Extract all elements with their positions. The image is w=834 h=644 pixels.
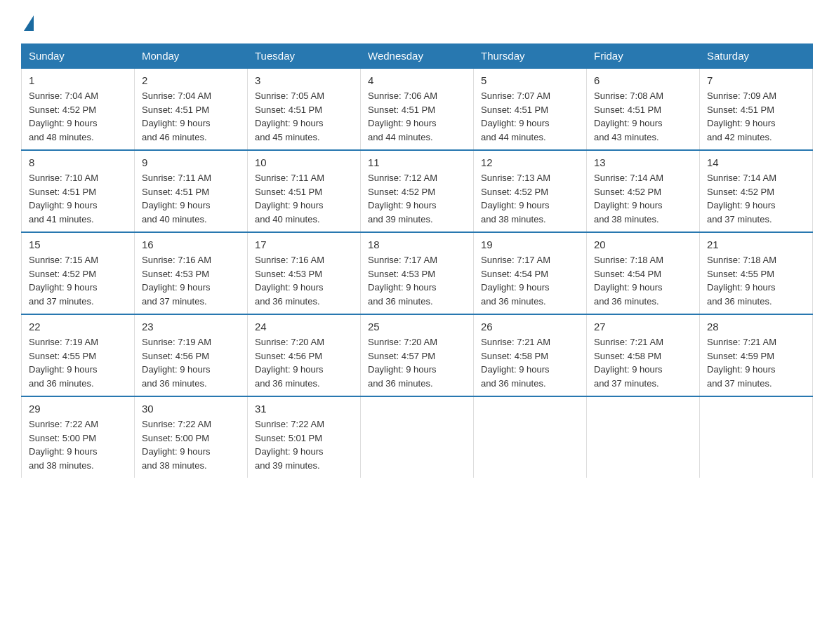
calendar-cell: 31 Sunrise: 7:22 AMSunset: 5:01 PMDaylig… bbox=[248, 396, 361, 478]
day-info: Sunrise: 7:14 AMSunset: 4:52 PMDaylight:… bbox=[594, 173, 663, 224]
day-info: Sunrise: 7:11 AMSunset: 4:51 PMDaylight:… bbox=[255, 173, 324, 224]
day-info: Sunrise: 7:21 AMSunset: 4:58 PMDaylight:… bbox=[594, 337, 663, 389]
day-info: Sunrise: 7:16 AMSunset: 4:53 PMDaylight:… bbox=[142, 255, 211, 307]
calendar-cell bbox=[587, 396, 700, 478]
calendar-week-row: 22 Sunrise: 7:19 AMSunset: 4:55 PMDaylig… bbox=[22, 314, 813, 396]
weekday-header: Friday bbox=[587, 44, 700, 69]
calendar-cell: 1 Sunrise: 7:04 AMSunset: 4:52 PMDayligh… bbox=[22, 68, 135, 150]
logo bbox=[21, 14, 34, 29]
day-number: 2 bbox=[142, 74, 240, 86]
calendar-cell: 3 Sunrise: 7:05 AMSunset: 4:51 PMDayligh… bbox=[248, 68, 361, 150]
day-number: 10 bbox=[255, 156, 353, 168]
day-info: Sunrise: 7:06 AMSunset: 4:51 PMDaylight:… bbox=[368, 90, 437, 142]
calendar-cell: 11 Sunrise: 7:12 AMSunset: 4:52 PMDaylig… bbox=[361, 150, 474, 232]
page-header bbox=[21, 14, 813, 29]
calendar-cell: 4 Sunrise: 7:06 AMSunset: 4:51 PMDayligh… bbox=[361, 68, 474, 150]
day-info: Sunrise: 7:21 AMSunset: 4:58 PMDaylight:… bbox=[481, 337, 550, 389]
day-number: 1 bbox=[29, 74, 127, 86]
day-info: Sunrise: 7:11 AMSunset: 4:51 PMDaylight:… bbox=[142, 173, 211, 224]
day-info: Sunrise: 7:22 AMSunset: 5:00 PMDaylight:… bbox=[29, 419, 98, 471]
calendar-table: SundayMondayTuesdayWednesdayThursdayFrid… bbox=[21, 43, 813, 478]
day-number: 5 bbox=[481, 74, 579, 86]
calendar-cell: 12 Sunrise: 7:13 AMSunset: 4:52 PMDaylig… bbox=[474, 150, 587, 232]
day-number: 22 bbox=[29, 321, 127, 333]
calendar-cell bbox=[361, 396, 474, 478]
calendar-cell: 25 Sunrise: 7:20 AMSunset: 4:57 PMDaylig… bbox=[361, 314, 474, 396]
day-info: Sunrise: 7:21 AMSunset: 4:59 PMDaylight:… bbox=[707, 337, 776, 389]
calendar-cell: 30 Sunrise: 7:22 AMSunset: 5:00 PMDaylig… bbox=[135, 396, 248, 478]
calendar-cell: 14 Sunrise: 7:14 AMSunset: 4:52 PMDaylig… bbox=[700, 150, 813, 232]
day-info: Sunrise: 7:20 AMSunset: 4:56 PMDaylight:… bbox=[255, 337, 324, 389]
day-number: 29 bbox=[29, 403, 127, 415]
calendar-cell: 15 Sunrise: 7:15 AMSunset: 4:52 PMDaylig… bbox=[22, 232, 135, 314]
day-number: 17 bbox=[255, 239, 353, 250]
day-number: 12 bbox=[481, 156, 579, 168]
day-number: 19 bbox=[481, 239, 579, 250]
calendar-cell: 9 Sunrise: 7:11 AMSunset: 4:51 PMDayligh… bbox=[135, 150, 248, 232]
day-info: Sunrise: 7:22 AMSunset: 5:00 PMDaylight:… bbox=[142, 419, 211, 471]
calendar-cell: 16 Sunrise: 7:16 AMSunset: 4:53 PMDaylig… bbox=[135, 232, 248, 314]
weekday-header: Monday bbox=[135, 44, 248, 69]
day-number: 14 bbox=[707, 156, 805, 168]
calendar-cell: 26 Sunrise: 7:21 AMSunset: 4:58 PMDaylig… bbox=[474, 314, 587, 396]
calendar-cell: 8 Sunrise: 7:10 AMSunset: 4:51 PMDayligh… bbox=[22, 150, 135, 232]
weekday-header: Tuesday bbox=[248, 44, 361, 69]
calendar-week-row: 1 Sunrise: 7:04 AMSunset: 4:52 PMDayligh… bbox=[22, 68, 813, 150]
calendar-cell: 10 Sunrise: 7:11 AMSunset: 4:51 PMDaylig… bbox=[248, 150, 361, 232]
calendar-cell: 23 Sunrise: 7:19 AMSunset: 4:56 PMDaylig… bbox=[135, 314, 248, 396]
day-info: Sunrise: 7:04 AMSunset: 4:51 PMDaylight:… bbox=[142, 90, 211, 142]
calendar-cell bbox=[474, 396, 587, 478]
day-info: Sunrise: 7:10 AMSunset: 4:51 PMDaylight:… bbox=[29, 173, 98, 224]
day-number: 11 bbox=[368, 156, 466, 168]
day-info: Sunrise: 7:15 AMSunset: 4:52 PMDaylight:… bbox=[29, 255, 98, 307]
calendar-cell: 2 Sunrise: 7:04 AMSunset: 4:51 PMDayligh… bbox=[135, 68, 248, 150]
calendar-cell: 6 Sunrise: 7:08 AMSunset: 4:51 PMDayligh… bbox=[587, 68, 700, 150]
day-number: 15 bbox=[29, 239, 127, 250]
day-info: Sunrise: 7:18 AMSunset: 4:54 PMDaylight:… bbox=[594, 255, 663, 307]
weekday-header: Thursday bbox=[474, 44, 587, 69]
calendar-cell: 18 Sunrise: 7:17 AMSunset: 4:53 PMDaylig… bbox=[361, 232, 474, 314]
day-info: Sunrise: 7:22 AMSunset: 5:01 PMDaylight:… bbox=[255, 419, 324, 471]
logo-triangle-icon bbox=[24, 15, 34, 31]
day-number: 4 bbox=[368, 74, 466, 86]
day-info: Sunrise: 7:09 AMSunset: 4:51 PMDaylight:… bbox=[707, 90, 776, 142]
day-info: Sunrise: 7:05 AMSunset: 4:51 PMDaylight:… bbox=[255, 90, 324, 142]
calendar-cell bbox=[700, 396, 813, 478]
day-number: 20 bbox=[594, 239, 692, 250]
calendar-cell: 20 Sunrise: 7:18 AMSunset: 4:54 PMDaylig… bbox=[587, 232, 700, 314]
day-info: Sunrise: 7:18 AMSunset: 4:55 PMDaylight:… bbox=[707, 255, 776, 307]
calendar-cell: 28 Sunrise: 7:21 AMSunset: 4:59 PMDaylig… bbox=[700, 314, 813, 396]
day-info: Sunrise: 7:08 AMSunset: 4:51 PMDaylight:… bbox=[594, 90, 663, 142]
day-number: 24 bbox=[255, 321, 353, 333]
calendar-week-row: 29 Sunrise: 7:22 AMSunset: 5:00 PMDaylig… bbox=[22, 396, 813, 478]
calendar-cell: 17 Sunrise: 7:16 AMSunset: 4:53 PMDaylig… bbox=[248, 232, 361, 314]
calendar-cell: 24 Sunrise: 7:20 AMSunset: 4:56 PMDaylig… bbox=[248, 314, 361, 396]
day-number: 7 bbox=[707, 74, 805, 86]
day-info: Sunrise: 7:17 AMSunset: 4:53 PMDaylight:… bbox=[368, 255, 437, 307]
calendar-cell: 19 Sunrise: 7:17 AMSunset: 4:54 PMDaylig… bbox=[474, 232, 587, 314]
day-number: 27 bbox=[594, 321, 692, 333]
day-number: 21 bbox=[707, 239, 805, 250]
day-number: 13 bbox=[594, 156, 692, 168]
calendar-cell: 29 Sunrise: 7:22 AMSunset: 5:00 PMDaylig… bbox=[22, 396, 135, 478]
weekday-header: Sunday bbox=[22, 44, 135, 69]
day-info: Sunrise: 7:20 AMSunset: 4:57 PMDaylight:… bbox=[368, 337, 437, 389]
day-number: 16 bbox=[142, 239, 240, 250]
calendar-week-row: 8 Sunrise: 7:10 AMSunset: 4:51 PMDayligh… bbox=[22, 150, 813, 232]
weekday-header: Wednesday bbox=[361, 44, 474, 69]
day-info: Sunrise: 7:04 AMSunset: 4:52 PMDaylight:… bbox=[29, 90, 98, 142]
day-number: 8 bbox=[29, 156, 127, 168]
calendar-cell: 5 Sunrise: 7:07 AMSunset: 4:51 PMDayligh… bbox=[474, 68, 587, 150]
day-info: Sunrise: 7:16 AMSunset: 4:53 PMDaylight:… bbox=[255, 255, 324, 307]
day-number: 25 bbox=[368, 321, 466, 333]
day-info: Sunrise: 7:19 AMSunset: 4:55 PMDaylight:… bbox=[29, 337, 98, 389]
calendar-cell: 27 Sunrise: 7:21 AMSunset: 4:58 PMDaylig… bbox=[587, 314, 700, 396]
day-number: 28 bbox=[707, 321, 805, 333]
calendar-cell: 21 Sunrise: 7:18 AMSunset: 4:55 PMDaylig… bbox=[700, 232, 813, 314]
day-info: Sunrise: 7:12 AMSunset: 4:52 PMDaylight:… bbox=[368, 173, 437, 224]
day-number: 18 bbox=[368, 239, 466, 250]
day-number: 23 bbox=[142, 321, 240, 333]
calendar-header-row: SundayMondayTuesdayWednesdayThursdayFrid… bbox=[22, 44, 813, 69]
day-info: Sunrise: 7:17 AMSunset: 4:54 PMDaylight:… bbox=[481, 255, 550, 307]
weekday-header: Saturday bbox=[700, 44, 813, 69]
